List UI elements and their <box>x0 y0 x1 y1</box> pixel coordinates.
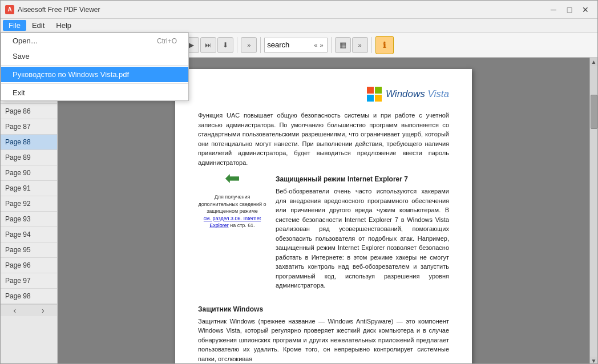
defender-paragraph: Защитник Windows (прежнее название — Win… <box>198 317 449 364</box>
svg-rect-3 <box>375 95 382 102</box>
toolbar-separator-2 <box>237 37 237 53</box>
search-next-icon[interactable]: » <box>318 42 324 48</box>
info-button[interactable]: ℹ <box>375 36 394 54</box>
sidebar-page-90[interactable]: Page 90 <box>1 165 57 181</box>
sidebar-scroll-controls: ‹ › <box>1 304 57 316</box>
menu-item-open[interactable]: Open… Ctrl+O <box>1 33 188 48</box>
scrollbar-track[interactable] <box>590 66 597 357</box>
menu-divider-2 <box>1 83 188 84</box>
sidebar-note: Для получения дополнительных сведений о … <box>198 193 266 229</box>
sidebar-page-93[interactable]: Page 93 <box>1 212 57 227</box>
defender-content-col: Защитник Windows Защитник Windows (прежн… <box>198 297 449 364</box>
ie7-content-col: Защищенный режим Internet Explorer 7 Веб… <box>276 167 449 290</box>
sidebar-thumbnail-panel: Page 83 Page 84 Page 85 Page 86 Page 87 … <box>1 58 58 364</box>
restore-button[interactable]: □ <box>562 3 577 16</box>
menu-help[interactable]: Help <box>50 20 77 31</box>
menu-edit[interactable]: Edit <box>26 20 50 31</box>
download-button[interactable]: ⬇ <box>217 37 233 53</box>
app-icon: A <box>5 5 14 14</box>
sidebar-page-91[interactable]: Page 91 <box>1 181 57 196</box>
window-controls: ─ □ ✕ <box>546 3 593 16</box>
menu-item-recent[interactable]: Руководство по Windows Vista.pdf <box>1 67 188 82</box>
search-wrapper: « » <box>264 38 327 52</box>
more-options-button[interactable]: » <box>352 37 368 53</box>
ie7-section: ⬅ Для получения дополнительных сведений … <box>198 167 449 290</box>
toolbar-separator-5 <box>371 37 372 53</box>
sidebar-page-94[interactable]: Page 94 <box>1 227 57 242</box>
sidebar-scroll-left[interactable]: ‹ <box>1 305 29 316</box>
search-input[interactable] <box>267 41 313 49</box>
ie7-heading: Защищенный режим Internet Explorer 7 <box>276 175 449 183</box>
sidebar-page-97[interactable]: Page 97 <box>1 273 57 289</box>
right-scrollbar[interactable]: ▲ ▼ <box>589 58 597 364</box>
ie7-paragraph: Веб-обозреватели очень часто используютс… <box>276 187 449 290</box>
sidebar-page-87[interactable]: Page 87 <box>1 119 57 135</box>
sidebar-scroll-right[interactable]: › <box>29 305 58 316</box>
minimize-button[interactable]: ─ <box>546 3 561 16</box>
scrollbar-thumb[interactable] <box>591 95 597 129</box>
svg-rect-1 <box>375 87 382 94</box>
defender-section: Защитник Windows Защитник Windows (прежн… <box>198 297 449 364</box>
sidebar-page-95[interactable]: Page 95 <box>1 242 57 258</box>
windows-vista-logo: Windows Vista <box>198 86 449 102</box>
sidebar-page-96[interactable]: Page 96 <box>1 258 57 273</box>
sidebar-page-92[interactable]: Page 92 <box>1 196 57 212</box>
toolbar-separator-4 <box>331 37 332 53</box>
scroll-up-arrow[interactable]: ▲ <box>590 58 598 66</box>
menu-file[interactable]: File <box>3 20 26 31</box>
sidebar-page-88[interactable]: Page 88 <box>1 135 57 150</box>
pdf-viewer[interactable]: Windows Vista Функция UAC повышает общую… <box>58 58 589 364</box>
more-button[interactable]: » <box>241 37 257 53</box>
thumbnail-view-button[interactable]: ▦ <box>335 37 351 53</box>
menu-bar: File Edit Help Open… Ctrl+O Save Руковод… <box>1 19 597 33</box>
sidebar-page-98[interactable]: Page 98 <box>1 289 57 304</box>
menu-item-exit[interactable]: Exit <box>1 85 188 100</box>
uac-paragraph: Функция UAC повышает общую безопасность … <box>198 111 449 167</box>
menu-divider <box>1 65 188 66</box>
last-page-button[interactable]: ⏭ <box>200 37 216 53</box>
sidebar-page-86[interactable]: Page 86 <box>1 104 57 119</box>
main-area: Page 83 Page 84 Page 85 Page 86 Page 87 … <box>1 58 597 364</box>
close-button[interactable]: ✕ <box>578 3 593 16</box>
svg-rect-2 <box>367 95 374 102</box>
scroll-down-arrow[interactable]: ▼ <box>590 357 598 364</box>
pdf-page-content: Windows Vista Функция UAC повышает общую… <box>175 69 472 364</box>
defender-heading: Защитник Windows <box>198 305 449 313</box>
sidebar-page-89[interactable]: Page 89 <box>1 150 57 165</box>
svg-rect-0 <box>367 87 374 94</box>
toolbar-separator-3 <box>260 37 261 53</box>
windows-flag-icon <box>366 86 382 102</box>
title-bar: A Aiseesoft Free PDF Viewer ─ □ ✕ <box>1 1 597 19</box>
sidebar-arrow-col: ⬅ Для получения дополнительных сведений … <box>198 167 266 290</box>
app-title: Aiseesoft Free PDF Viewer <box>18 6 546 14</box>
vista-logo-text: Windows Vista <box>386 88 449 100</box>
file-dropdown-menu: Open… Ctrl+O Save Руководство по Windows… <box>1 33 189 101</box>
back-arrow-icon: ⬅ <box>225 167 240 189</box>
search-prev-icon[interactable]: « <box>313 42 318 48</box>
menu-item-save[interactable]: Save <box>1 48 188 64</box>
